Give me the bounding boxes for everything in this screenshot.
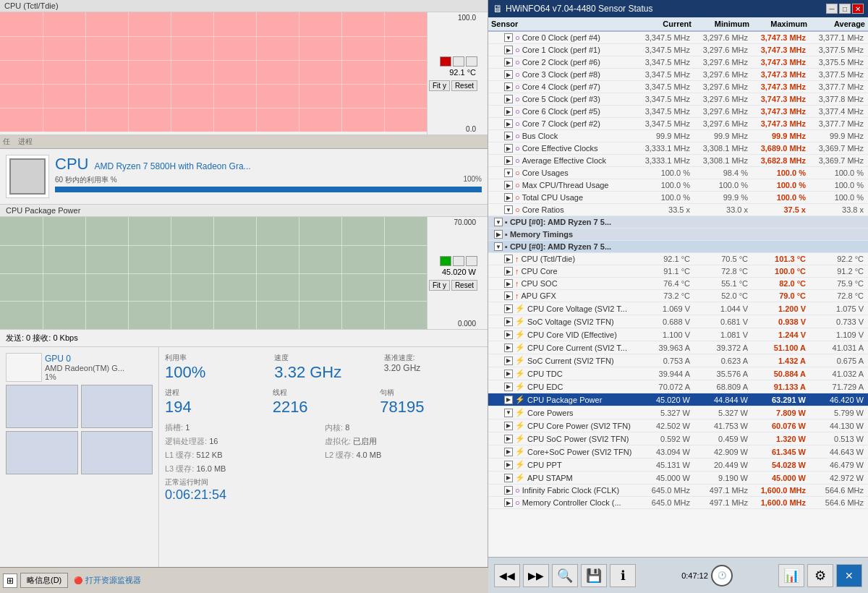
- table-row[interactable]: ▶ ○ Core Effective Clocks 3,333.1 MHz 3,…: [488, 142, 868, 155]
- expand-icon[interactable]: ▶: [504, 46, 513, 54]
- expand-icon[interactable]: ▼: [494, 242, 503, 251]
- expand-icon[interactable]: ▶: [504, 82, 513, 91]
- table-row[interactable]: ▶ ⚡ CPU Core Voltage (SVI2 T... 1.069 V …: [488, 302, 868, 315]
- nav-settings-button[interactable]: 🔍: [552, 564, 578, 587]
- close-button[interactable]: ✕: [852, 4, 864, 14]
- nav-info-button[interactable]: ℹ: [610, 564, 636, 587]
- table-row[interactable]: ▼ ⚡ Core Powers 5.327 W 5.327 W 7.809 W …: [488, 406, 868, 419]
- footer-btn-close[interactable]: ✕: [836, 564, 862, 587]
- expand-icon[interactable]: ▶: [504, 107, 513, 116]
- expand-icon[interactable]: ▶: [504, 95, 513, 103]
- expand-icon[interactable]: ▶: [504, 344, 513, 352]
- expand-icon[interactable]: ▶: [494, 230, 503, 239]
- table-row[interactable]: ▶ ⚡ CPU SoC Power (SVI2 TFN) 0.592 W 0.4…: [488, 432, 868, 445]
- expand-icon[interactable]: ▶: [504, 370, 513, 378]
- table-row[interactable]: ▶ ⚡ CPU Core Current (SVI2 T... 39.963 A…: [488, 341, 868, 354]
- table-row[interactable]: ▼ ▪ CPU [#0]: AMD Ryzen 7 5...: [488, 241, 868, 253]
- table-row[interactable]: ▶ ↑ APU GFX 73.2 °C 52.0 °C 79.0 °C 72.8…: [488, 290, 868, 302]
- graph-color-btn[interactable]: [440, 56, 451, 67]
- table-row[interactable]: ▶ ○ Core 6 Clock (perf #5) 3,347.5 MHz 3…: [488, 106, 868, 118]
- table-row[interactable]: ▶ ↑ CPU SOC 76.4 °C 55.1 °C 82.0 °C 75.9…: [488, 278, 868, 290]
- table-row[interactable]: ▶ ↑ CPU (Tctl/Tdie) 92.1 °C 70.5 °C 101.…: [488, 253, 868, 265]
- table-row[interactable]: ▶ ○ Bus Clock 99.9 MHz 99.9 MHz 99.9 MHz…: [488, 130, 868, 142]
- expand-icon[interactable]: ▶: [504, 422, 513, 430]
- expand-icon[interactable]: ▶: [504, 383, 513, 391]
- table-row[interactable]: ▶ ○ Total CPU Usage 100.0 % 99.9 % 100.0…: [488, 192, 868, 204]
- package-btn-1[interactable]: [453, 256, 464, 266]
- nav-forward-button[interactable]: ▶▶: [523, 564, 549, 587]
- table-row[interactable]: ▶ ⚡ SoC Current (SVI2 TFN) 0.753 A 0.623…: [488, 354, 868, 367]
- expand-icon[interactable]: ▶: [504, 279, 513, 288]
- expand-icon[interactable]: ▶: [504, 144, 513, 153]
- expand-icon[interactable]: ▶: [504, 461, 513, 469]
- reset-button[interactable]: Reset: [451, 80, 477, 91]
- fit-button[interactable]: Fit y: [429, 80, 450, 91]
- expand-icon[interactable]: ▶: [504, 156, 513, 165]
- expand-icon[interactable]: ▶: [504, 255, 513, 263]
- resource-monitor-link[interactable]: 打开资源监视器: [85, 575, 141, 586]
- expand-icon[interactable]: ▼: [504, 168, 513, 177]
- table-row[interactable]: ▶ ⚡ CPU TDC 39.944 A 35.576 A 50.884 A 4…: [488, 367, 868, 380]
- table-row[interactable]: ▶ ↑ CPU Core 91.1 °C 72.8 °C 100.0 °C 91…: [488, 265, 868, 278]
- expand-icon[interactable]: ▶: [504, 317, 513, 326]
- table-row[interactable]: ▶ ○ Core 4 Clock (perf #7) 3,347.5 MHz 3…: [488, 81, 868, 93]
- graph-btn-2[interactable]: [466, 56, 477, 67]
- expand-icon[interactable]: ▶: [504, 304, 513, 313]
- nav-back-button[interactable]: ◀◀: [494, 564, 520, 587]
- package-reset-button[interactable]: Reset: [451, 280, 477, 291]
- expand-icon[interactable]: ▼: [494, 218, 503, 226]
- table-row[interactable]: ▶ ○ Core 7 Clock (perf #2) 3,347.5 MHz 3…: [488, 118, 868, 130]
- table-row[interactable]: ▼ ○ Core 0 Clock (perf #4) 3,347.5 MHz 3…: [488, 32, 868, 44]
- table-row[interactable]: ▶ ○ Core 2 Clock (perf #6) 3,347.5 MHz 3…: [488, 56, 868, 69]
- expand-icon[interactable]: ▶: [504, 70, 513, 79]
- table-row[interactable]: ▶ ⚡ CPU EDC 70.072 A 68.809 A 91.133 A 7…: [488, 380, 868, 393]
- table-row[interactable]: ▶ ⚡ CPU PPT 45.131 W 20.449 W 54.028 W 4…: [488, 458, 868, 472]
- expand-icon[interactable]: ▶: [504, 58, 513, 67]
- table-row[interactable]: ▶ ○ Infinity Fabric Clock (FCLK) 645.0 M…: [488, 485, 868, 497]
- nav-export-button[interactable]: 💾: [581, 564, 607, 587]
- table-row[interactable]: ▶ ⚡ Core+SoC Power (SVI2 TFN) 43.094 W 4…: [488, 445, 868, 458]
- table-row[interactable]: ▶ ⚡ CPU Core VID (Effective) 1.100 V 1.0…: [488, 328, 868, 341]
- expand-icon[interactable]: ▶: [504, 330, 513, 339]
- expand-icon[interactable]: ▶: [504, 396, 513, 404]
- summary-button[interactable]: 略信息(D): [20, 573, 68, 588]
- table-row[interactable]: ▶ ○ Max CPU/Thread Usage 100.0 % 100.0 %…: [488, 179, 868, 192]
- hwinfo-table-body[interactable]: ▼ ○ Core 0 Clock (perf #4) 3,347.5 MHz 3…: [488, 32, 868, 557]
- graph-btn-1[interactable]: [453, 56, 464, 67]
- table-row[interactable]: ▶ ⚡ APU STAPM 45.000 W 9.190 W 45.000 W …: [488, 472, 868, 485]
- expand-icon[interactable]: ▶: [504, 267, 513, 276]
- table-row[interactable]: ▶ ▪ Memory Timings: [488, 229, 868, 241]
- footer-btn-2[interactable]: ⚙: [807, 564, 833, 587]
- expand-icon[interactable]: ▶: [504, 119, 513, 128]
- package-btn-2[interactable]: [466, 256, 477, 266]
- table-row[interactable]: ▼ ○ Core Ratios 33.5 x 33.0 x 37.5 x 33.…: [488, 204, 868, 216]
- expand-icon[interactable]: ▶: [504, 181, 513, 189]
- table-row[interactable]: ▶ ○ Average Effective Clock 3,333.1 MHz …: [488, 155, 868, 167]
- expand-icon[interactable]: ▶: [504, 448, 513, 456]
- expand-icon[interactable]: ▶: [504, 132, 513, 140]
- table-row[interactable]: ▶ ⚡ CPU Package Power 45.020 W 44.844 W …: [488, 393, 868, 406]
- minimize-button[interactable]: ─: [826, 4, 838, 14]
- table-row[interactable]: ▶ ⚡ CPU Core Power (SVI2 TFN) 42.502 W 4…: [488, 419, 868, 432]
- expand-icon[interactable]: ▶: [504, 498, 513, 507]
- table-row[interactable]: ▶ ○ Core 5 Clock (perf #3) 3,347.5 MHz 3…: [488, 93, 868, 106]
- table-row[interactable]: ▼ ▪ CPU [#0]: AMD Ryzen 7 5...: [488, 216, 868, 229]
- expand-icon[interactable]: ▶: [504, 193, 513, 202]
- expand-icon[interactable]: ▶: [504, 291, 513, 300]
- expand-icon[interactable]: ▼: [504, 205, 513, 214]
- expand-icon[interactable]: ▶: [504, 435, 513, 443]
- table-row[interactable]: ▼ ○ Core Usages 100.0 % 98.4 % 100.0 % 1…: [488, 167, 868, 179]
- expand-icon[interactable]: ▶: [504, 357, 513, 365]
- package-fit-button[interactable]: Fit y: [429, 280, 450, 291]
- table-row[interactable]: ▶ ⚡ SoC Voltage (SVI2 TFN) 0.688 V 0.681…: [488, 315, 868, 328]
- expand-icon[interactable]: ▶: [504, 486, 513, 495]
- expand-icon[interactable]: ▶: [504, 474, 513, 482]
- expand-icon[interactable]: ▼: [504, 33, 513, 42]
- footer-btn-1[interactable]: 📊: [778, 564, 804, 587]
- maximize-button[interactable]: □: [839, 4, 851, 14]
- expand-icon[interactable]: ▼: [504, 409, 513, 417]
- table-row[interactable]: ▶ ○ Memory Controller Clock (... 645.0 M…: [488, 497, 868, 509]
- table-row[interactable]: ▶ ○ Core 1 Clock (perf #1) 3,347.5 MHz 3…: [488, 44, 868, 56]
- table-row[interactable]: ▶ ○ Core 3 Clock (perf #8) 3,347.5 MHz 3…: [488, 69, 868, 81]
- package-color-btn[interactable]: [440, 256, 451, 266]
